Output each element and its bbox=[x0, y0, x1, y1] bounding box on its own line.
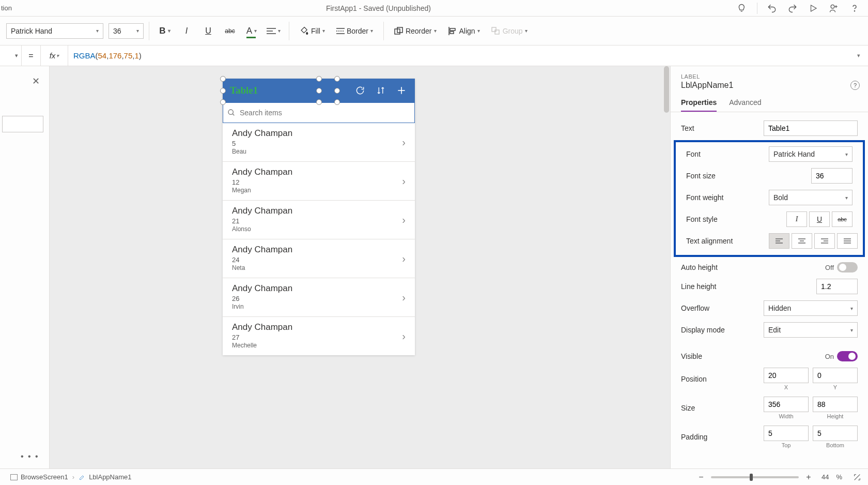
search-icon bbox=[227, 109, 236, 117]
align-left-button[interactable] bbox=[769, 233, 789, 249]
prop-text-input[interactable] bbox=[764, 120, 858, 136]
help-icon[interactable]: ? bbox=[850, 81, 860, 90]
prop-pad-bottom-input[interactable] bbox=[813, 426, 858, 441]
prop-lineheight-input[interactable] bbox=[816, 279, 858, 294]
chevron-right-icon[interactable]: › bbox=[402, 292, 406, 304]
zoom-in-button[interactable]: + bbox=[804, 473, 813, 482]
font-family-value: Patrick Hand bbox=[11, 27, 52, 35]
svg-rect-15 bbox=[495, 30, 499, 34]
undo-icon[interactable] bbox=[766, 2, 778, 14]
breadcrumb-control[interactable]: LblAppName1 bbox=[74, 473, 135, 481]
tab-advanced[interactable]: Advanced bbox=[729, 98, 761, 112]
zoom-slider[interactable] bbox=[711, 476, 799, 478]
svg-line-19 bbox=[233, 114, 234, 115]
fontstyle-strike-button[interactable]: abc bbox=[832, 211, 853, 227]
redo-icon[interactable] bbox=[786, 2, 799, 14]
align-justify-button[interactable] bbox=[837, 233, 858, 249]
zoom-out-button[interactable]: − bbox=[696, 473, 706, 482]
svg-point-18 bbox=[228, 110, 233, 114]
add-icon[interactable] bbox=[395, 84, 408, 97]
highlighted-font-section: Font Patrick Hand▾ Font size Font weight… bbox=[674, 140, 865, 257]
refresh-icon[interactable] bbox=[354, 84, 366, 97]
list-item[interactable]: Andy Champan 27 Mechelle › bbox=[223, 316, 415, 355]
prop-displaymode-select[interactable]: Edit▾ bbox=[764, 322, 858, 338]
breadcrumb-screen[interactable]: BrowseScreen1 bbox=[6, 473, 72, 481]
svg-point-1 bbox=[831, 5, 834, 8]
screen-icon bbox=[10, 474, 18, 480]
font-size-select[interactable]: 36 ▾ bbox=[109, 23, 144, 39]
svg-marker-0 bbox=[811, 5, 817, 11]
app-title: FirstApp1 - Saved (Unpublished) bbox=[21, 4, 736, 12]
canvas[interactable]: Table1 bbox=[50, 66, 670, 468]
chevron-right-icon[interactable]: › bbox=[402, 330, 406, 342]
bold-button[interactable]: B▾ bbox=[154, 21, 175, 41]
prop-font-select[interactable]: Patrick Hand▾ bbox=[769, 146, 853, 162]
fontstyle-italic-button[interactable]: I bbox=[786, 211, 807, 227]
share-icon[interactable] bbox=[828, 2, 840, 14]
chevron-right-icon[interactable]: › bbox=[402, 137, 406, 148]
chevron-right-icon[interactable]: › bbox=[402, 214, 406, 226]
sort-icon[interactable] bbox=[375, 84, 387, 97]
title-bar: tion FirstApp1 - Saved (Unpublished) bbox=[0, 0, 868, 17]
more-menu-icon[interactable]: • • • bbox=[21, 452, 39, 461]
prop-pad-top-input[interactable] bbox=[764, 426, 809, 441]
search-box[interactable] bbox=[223, 102, 415, 123]
prop-fontsize-input[interactable] bbox=[811, 168, 853, 184]
strikethrough-button[interactable]: abc bbox=[220, 21, 240, 41]
formula-expand-icon[interactable]: ▾ bbox=[849, 52, 868, 59]
list-item[interactable]: Andy Champan 21 Alonso › bbox=[223, 200, 415, 239]
prop-fontweight-select[interactable]: Bold▾ bbox=[769, 190, 853, 205]
fit-screen-icon[interactable] bbox=[853, 473, 862, 482]
ribbon: Patrick Hand ▾ 36 ▾ B▾ I U abc A ▾ ▾ Fil… bbox=[0, 17, 868, 46]
fx-button[interactable]: fx▾ bbox=[40, 46, 68, 66]
edit-icon bbox=[79, 474, 86, 480]
ribbon-tab-fragment: tion bbox=[0, 4, 21, 12]
prop-width-input[interactable] bbox=[764, 397, 809, 412]
help-icon[interactable] bbox=[848, 2, 861, 14]
svg-rect-14 bbox=[492, 27, 496, 32]
formula-input[interactable]: RGBA(54, 176, 75, 1) bbox=[68, 51, 849, 60]
underline-button[interactable]: U bbox=[198, 21, 219, 41]
play-icon[interactable] bbox=[807, 2, 819, 14]
property-selector[interactable]: ▾ bbox=[0, 46, 22, 66]
tab-properties[interactable]: Properties bbox=[681, 98, 717, 112]
search-input[interactable] bbox=[240, 109, 410, 117]
left-panel: ✕ • • • bbox=[0, 66, 50, 468]
fill-button[interactable]: Fill▾ bbox=[295, 21, 330, 41]
prop-overflow-select[interactable]: Hidden▾ bbox=[764, 300, 858, 316]
italic-button[interactable]: I bbox=[176, 21, 197, 41]
chevron-right-icon[interactable]: › bbox=[402, 253, 406, 265]
app-preview: Table1 bbox=[223, 79, 415, 355]
left-panel-input[interactable] bbox=[2, 116, 43, 132]
selected-label[interactable]: Table1 bbox=[223, 85, 258, 96]
reorder-button[interactable]: Reorder▾ bbox=[389, 21, 442, 41]
align-button[interactable]: Align▾ bbox=[443, 21, 485, 41]
align-right-button[interactable] bbox=[814, 233, 835, 249]
control-type: LABEL bbox=[681, 73, 858, 80]
zoom-value: 44 bbox=[822, 473, 829, 481]
align-center-button[interactable] bbox=[792, 233, 812, 249]
group-button: Group▾ bbox=[486, 21, 533, 41]
border-button[interactable]: Border▾ bbox=[331, 21, 378, 41]
chevron-right-icon[interactable]: › bbox=[402, 175, 406, 187]
list-item[interactable]: Andy Champan 12 Megan › bbox=[223, 161, 415, 200]
prop-pos-y-input[interactable] bbox=[813, 368, 858, 383]
canvas-scrollbar[interactable] bbox=[664, 66, 669, 468]
prop-height-input[interactable] bbox=[813, 397, 858, 412]
equals-sign: = bbox=[22, 51, 40, 60]
prop-pos-x-input[interactable] bbox=[764, 368, 809, 383]
font-color-button[interactable]: A ▾ bbox=[241, 21, 262, 41]
visible-toggle[interactable] bbox=[837, 351, 858, 361]
list-item[interactable]: Andy Champan 24 Neta › bbox=[223, 239, 415, 278]
chevron-down-icon: ▾ bbox=[136, 28, 139, 34]
font-family-select[interactable]: Patrick Hand ▾ bbox=[6, 23, 103, 39]
app-checker-icon[interactable] bbox=[736, 2, 749, 14]
fontstyle-underline-button[interactable]: U bbox=[809, 211, 830, 227]
list-item[interactable]: Andy Champan 5 Beau › bbox=[223, 123, 415, 161]
autoheight-toggle[interactable] bbox=[837, 262, 858, 272]
list-item[interactable]: Andy Champan 26 Irvin › bbox=[223, 278, 415, 316]
chevron-down-icon: ▾ bbox=[96, 28, 99, 34]
text-align-button[interactable]: ▾ bbox=[263, 21, 284, 41]
formula-bar: ▾ = fx▾ RGBA(54, 176, 75, 1) ▾ bbox=[0, 46, 868, 66]
close-panel-icon[interactable]: ✕ bbox=[32, 75, 40, 87]
